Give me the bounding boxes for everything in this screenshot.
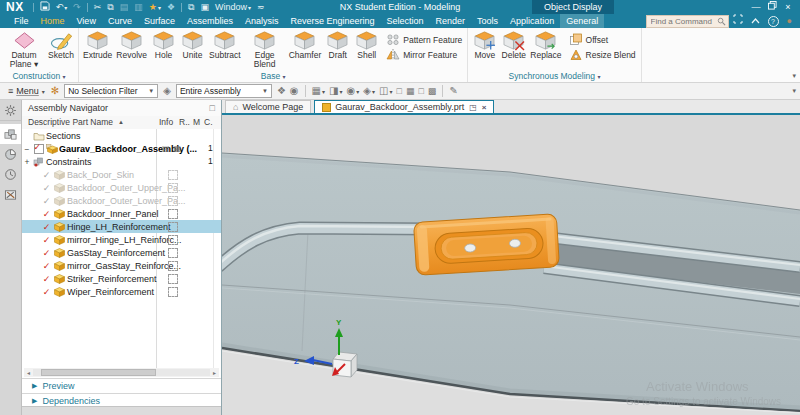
tree-row-gaurav-backdoor-assembly[interactable]: −✓Gaurav_Backdoor_Assembly (...▤▦1: [22, 142, 221, 155]
preview-panel-header[interactable]: ▶ Preview: [22, 378, 221, 393]
expand-toggle-icon[interactable]: −: [22, 144, 32, 154]
cut-icon[interactable]: ✂: [91, 0, 105, 14]
menu-tab-curve[interactable]: Curve: [102, 14, 138, 28]
sidebar-item-roles[interactable]: [0, 184, 21, 204]
general-selection-icon[interactable]: ◈: [161, 83, 173, 99]
sidebar-item-history[interactable]: [0, 164, 21, 184]
menu-tab-surface[interactable]: Surface: [138, 14, 181, 28]
scroll-left-icon[interactable]: ◂: [24, 369, 33, 376]
component-check-icon[interactable]: ✓: [40, 196, 53, 206]
menu-tab-general[interactable]: General: [560, 14, 604, 28]
ribbon-button-delete[interactable]: Delete: [499, 29, 528, 60]
window-layout-dropdown[interactable]: ◫▾: [377, 83, 394, 100]
component-check-icon[interactable]: ✓: [40, 261, 53, 271]
display-mode-dropdown[interactable]: ◉▾: [345, 83, 362, 100]
column-info[interactable]: Info: [159, 116, 173, 129]
close-tab-icon[interactable]: ×: [482, 103, 487, 112]
datum-display-icon[interactable]: □: [416, 83, 425, 99]
copy-icon[interactable]: ⧉: [104, 0, 116, 14]
redo-icon[interactable]: ↷: [70, 0, 84, 14]
window-menu-button[interactable]: Window▾: [212, 0, 254, 15]
object-display-tab[interactable]: Object Display: [532, 0, 614, 14]
menu-tab-home[interactable]: Home: [35, 14, 71, 28]
tree-row-mirror-hinge-lh-reinforc[interactable]: ✓mirror_Hinge_LH_Reinforc...: [22, 233, 221, 246]
sidebar-item-constraint-navigator[interactable]: [0, 144, 21, 164]
menu-tab-file[interactable]: File: [8, 14, 35, 28]
ribbon-button-subtract[interactable]: Subtract: [207, 29, 243, 60]
sidebar-item-assembly-navigator[interactable]: [0, 124, 21, 144]
tree-row-backdoor-outer-lower-pa[interactable]: ✓Backdoor_Outer_Lower_Pa...: [22, 194, 221, 207]
ribbon-button-hole[interactable]: Hole: [149, 29, 178, 60]
selection-scope-select[interactable]: Entire Assembly▼: [176, 84, 272, 98]
find-command-input[interactable]: [649, 16, 717, 27]
menu-tab-reverse-engineering[interactable]: Reverse Engineering: [284, 14, 380, 28]
highlight-related-icon[interactable]: ❖: [275, 83, 288, 99]
menu-button[interactable]: ≡ Menu ▾: [4, 86, 49, 96]
menu-tab-application[interactable]: Application: [504, 14, 560, 28]
menu-tab-tools[interactable]: Tools: [471, 14, 504, 28]
menu-tab-selection[interactable]: Selection: [381, 14, 430, 28]
ribbon-button-offset[interactable]: Offset: [566, 32, 639, 47]
ribbon-button-chamfer[interactable]: Chamfer: [287, 29, 324, 60]
ribbon-button-shell[interactable]: Shell: [352, 29, 381, 60]
undo-icon[interactable]: ↶▾: [53, 0, 71, 15]
component-checkbox[interactable]: ✓: [32, 144, 45, 154]
ribbon-button-datum-plane[interactable]: Datum Plane ▾: [2, 29, 46, 69]
toolbar-overflow-icon[interactable]: ▾: [792, 87, 796, 95]
restore-button[interactable]: [764, 0, 780, 14]
scroll-right-icon[interactable]: ▸: [210, 369, 219, 376]
menu-tab-assemblies[interactable]: Assemblies: [181, 14, 239, 28]
component-check-icon[interactable]: ✓: [40, 287, 53, 297]
selection-filter-select[interactable]: No Selection Filter▼: [64, 84, 158, 98]
constraint-display-icon[interactable]: ▩: [426, 83, 439, 99]
ribbon-button-pattern-feature[interactable]: Pattern Feature: [383, 32, 465, 47]
ribbon-button-draft[interactable]: Draft: [323, 29, 352, 60]
component-check-icon[interactable]: ✓: [40, 222, 53, 232]
viewport-3d[interactable]: Y Z Activate Windows Go to Settings to a…: [222, 115, 800, 415]
component-check-icon[interactable]: ✓: [40, 235, 53, 245]
tree-row-hinge-lh-reinforcement[interactable]: ✓Hinge_LH_Reinforcement: [22, 220, 221, 233]
component-check-icon[interactable]: ✓: [40, 274, 53, 284]
ribbon-button-move[interactable]: Move: [470, 29, 499, 60]
ribbon-button-sketch[interactable]: Sketch: [46, 29, 76, 60]
column-count[interactable]: C.: [204, 116, 213, 129]
component-check-icon[interactable]: ✓: [40, 209, 53, 219]
component-check-icon[interactable]: ✓: [40, 248, 53, 258]
expand-toggle-icon[interactable]: +: [22, 157, 32, 167]
doc-tab-welcome-page[interactable]: ⌂Welcome Page: [225, 100, 311, 113]
paste-icon[interactable]: ▤: [117, 0, 132, 14]
navigator-column-header[interactable]: Descriptive Part Name ▲ Info R.. M C.: [22, 116, 221, 130]
grid-display-icon[interactable]: ▦: [404, 83, 417, 99]
tree-row-mirror-gasstay-reinforce[interactable]: ✓mirror_GasStay_Reinforce...: [22, 259, 221, 272]
column-name[interactable]: Descriptive Part Name: [28, 116, 113, 129]
component-check-icon[interactable]: ✓: [40, 170, 53, 180]
show-hide-dropdown[interactable]: ◈▾: [361, 83, 377, 100]
ribbon-button-unite[interactable]: Unite: [178, 29, 207, 60]
minimize-button[interactable]: —: [748, 0, 764, 14]
tree-row-backdoor-outer-upper-pa[interactable]: ✓Backdoor_Outer_Upper_Pa...: [22, 181, 221, 194]
paste-special-icon[interactable]: ▥: [131, 0, 146, 14]
save-icon[interactable]: [37, 0, 53, 14]
minimize-ribbon-icon[interactable]: [747, 14, 764, 28]
tree-row-gasstay-reinforcement[interactable]: ✓GasStay_Reinforcement: [22, 246, 221, 259]
ribbon-collapse-icon[interactable]: ▾: [792, 72, 796, 80]
scrollbar-track[interactable]: [33, 369, 210, 376]
ribbon-button-resize-blend[interactable]: Resize Blend: [566, 47, 639, 62]
scrollbar-thumb[interactable]: [41, 369, 156, 376]
tree-row-backdoor-inner-panel[interactable]: ✓Backdoor_Inner_Panel: [22, 207, 221, 220]
component-check-icon[interactable]: ✓: [40, 183, 53, 193]
tree-row-constraints[interactable]: +Constraints1: [22, 155, 221, 168]
navigator-horizontal-scrollbar[interactable]: ◂ ▸: [24, 368, 219, 377]
tree-row-back-door-skin[interactable]: ✓Back_Door_Skin: [22, 168, 221, 181]
menu-tab-view[interactable]: View: [71, 14, 102, 28]
ribbon-options-icon[interactable]: ≂: [254, 0, 268, 14]
tree-row-wiper-reinforcement[interactable]: ✓Wiper_Reinforcement: [22, 285, 221, 298]
fullscreen-icon[interactable]: [729, 14, 747, 28]
menu-tab-analysis[interactable]: Analysis: [239, 14, 285, 28]
ribbon-button-mirror-feature[interactable]: Mirror Feature: [383, 47, 465, 62]
rendering-style-dropdown[interactable]: ◨▾: [327, 83, 344, 100]
favorites-icon[interactable]: ★▾: [146, 0, 164, 15]
ribbon-button-edge-blend[interactable]: Edge Blend: [243, 29, 287, 69]
menu-tab-render[interactable]: Render: [430, 14, 472, 28]
help-icon[interactable]: ?: [764, 14, 783, 28]
